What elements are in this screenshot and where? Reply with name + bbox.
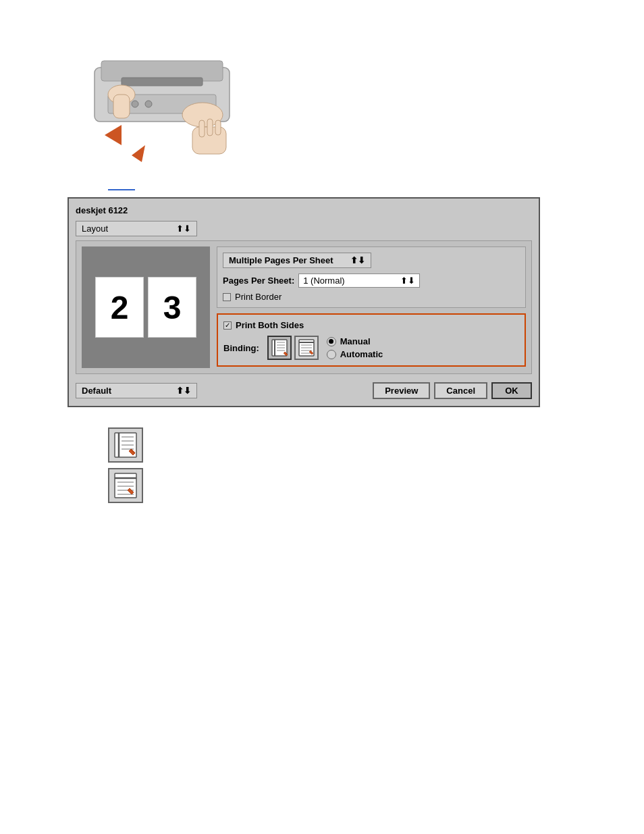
dialog-top-row: Layout ⬆⬇ xyxy=(76,221,532,236)
pages-per-sheet-row: Pages Per Sheet: 1 (Normal) ⬆⬇ xyxy=(223,273,520,288)
binding-icon-long-edge[interactable] xyxy=(267,336,292,360)
svg-rect-2 xyxy=(122,78,203,86)
dialog-content: 2 3 Multiple Pages Per Sheet ⬆⬇ xyxy=(76,240,532,374)
printer-image xyxy=(68,27,257,176)
preview-page-2: 2 xyxy=(95,277,144,338)
default-arrow: ⬆⬇ xyxy=(176,386,191,396)
preview-pages: 2 3 xyxy=(95,277,196,338)
print-both-sides-label: Print Both Sides xyxy=(236,320,304,330)
radio-manual-fill xyxy=(329,339,333,344)
dialog-title: deskjet 6122 xyxy=(76,205,532,215)
pbs-content: Binding: xyxy=(223,336,519,360)
bottom-icon-long-edge xyxy=(108,427,143,463)
cancel-button[interactable]: Cancel xyxy=(434,382,487,399)
svg-rect-13 xyxy=(113,95,130,118)
pbs-section: ✓ Print Both Sides Binding: xyxy=(217,313,526,367)
preview-box: 2 3 xyxy=(82,246,210,368)
preview-button[interactable]: Preview xyxy=(373,382,430,399)
printer-illustration xyxy=(0,0,644,182)
svg-rect-10 xyxy=(207,119,213,136)
print-both-sides-checkbox[interactable]: ✓ xyxy=(223,321,232,330)
bottom-buttons: Preview Cancel OK xyxy=(373,382,532,399)
radio-manual-row[interactable]: Manual xyxy=(327,336,383,346)
mpps-arrow: ⬆⬇ xyxy=(350,255,365,265)
print-dialog: deskjet 6122 Layout ⬆⬇ 2 3 xyxy=(68,197,540,407)
radio-automatic[interactable] xyxy=(327,350,336,359)
print-border-label: Print Border xyxy=(235,292,281,302)
radio-options: Manual Automatic xyxy=(327,336,383,359)
layout-label: Layout xyxy=(82,224,108,234)
radio-manual[interactable] xyxy=(327,337,336,346)
svg-marker-6 xyxy=(105,125,122,145)
pages-per-sheet-label: Pages Per Sheet: xyxy=(223,276,294,286)
default-label: Default xyxy=(82,386,111,396)
pbs-header: ✓ Print Both Sides xyxy=(223,320,519,330)
svg-marker-14 xyxy=(132,145,145,162)
dialog-bottom: Default ⬆⬇ Preview Cancel OK xyxy=(76,382,532,399)
right-panel: Multiple Pages Per Sheet ⬆⬇ Pages Per Sh… xyxy=(217,246,526,368)
svg-point-5 xyxy=(145,101,152,107)
binding-label: Binding: xyxy=(223,343,259,353)
dialog-inner: Layout ⬆⬇ 2 3 xyxy=(76,221,532,399)
bottom-icons xyxy=(108,427,644,503)
binding-icon-short-edge[interactable] xyxy=(294,336,319,360)
svg-rect-11 xyxy=(215,120,221,135)
print-border-row: Print Border xyxy=(223,292,520,302)
svg-rect-9 xyxy=(199,120,205,137)
print-border-checkbox[interactable] xyxy=(223,293,231,301)
blue-link-line xyxy=(108,189,135,190)
layout-dropdown[interactable]: Layout ⬆⬇ xyxy=(76,221,197,236)
mpps-header: Multiple Pages Per Sheet ⬆⬇ xyxy=(223,253,520,268)
mpps-dropdown[interactable]: Multiple Pages Per Sheet ⬆⬇ xyxy=(223,253,371,268)
pps-value: 1 (Normal) xyxy=(303,276,344,286)
automatic-label: Automatic xyxy=(340,349,383,359)
layout-dropdown-arrow: ⬆⬇ xyxy=(176,224,191,234)
bottom-icon-short-edge xyxy=(108,468,143,503)
manual-label: Manual xyxy=(340,336,371,346)
mpps-section: Multiple Pages Per Sheet ⬆⬇ Pages Per Sh… xyxy=(217,246,526,308)
pps-arrow: ⬆⬇ xyxy=(400,276,415,286)
binding-icons xyxy=(267,336,319,360)
mpps-label: Multiple Pages Per Sheet xyxy=(229,255,333,265)
default-dropdown[interactable]: Default ⬆⬇ xyxy=(76,383,197,398)
preview-page-3: 3 xyxy=(148,277,196,338)
ok-button[interactable]: OK xyxy=(491,382,532,399)
pps-dropdown[interactable]: 1 (Normal) ⬆⬇ xyxy=(298,273,420,288)
radio-automatic-row[interactable]: Automatic xyxy=(327,349,383,359)
svg-point-4 xyxy=(132,101,138,107)
